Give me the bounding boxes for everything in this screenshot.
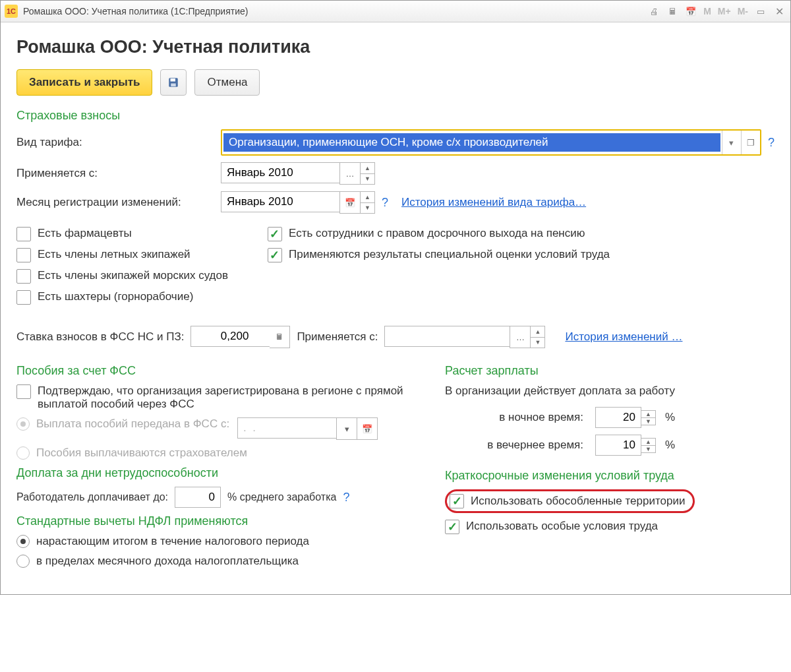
section-sick-pay: Доплата за дни нетрудоспособности <box>16 466 425 480</box>
titlebar: 1C Ромашка ООО: Учетная политика (1С:Пре… <box>1 1 790 22</box>
save-close-button[interactable]: Записать и закрыть <box>16 69 152 96</box>
cb-special-conditions[interactable] <box>445 520 459 534</box>
tariff-open-icon[interactable]: ❐ <box>741 131 760 154</box>
section-insurance: Страховые взносы <box>16 109 775 123</box>
tariff-help-icon[interactable]: ? <box>768 136 775 150</box>
section-salary: Расчет зарплаты <box>445 364 775 378</box>
cb-label: Применяются результаты специальной оценк… <box>289 248 610 261</box>
apply-from-field[interactable]: … ▲▼ <box>221 162 375 185</box>
cb-label: Подтверждаю, что организация зарегистрир… <box>38 384 407 411</box>
cb-flight-crew[interactable] <box>16 248 31 262</box>
section-fss-benefits: Пособия за счет ФСС <box>16 364 425 378</box>
radio-ndfl-monthly[interactable] <box>16 555 30 568</box>
spin-down-icon[interactable]: ▼ <box>361 173 375 185</box>
night-label: в ночное время: <box>445 411 595 424</box>
svg-rect-2 <box>171 84 177 87</box>
cb-label: Использовать особые условия труда <box>466 520 658 533</box>
cb-early-pension[interactable] <box>268 227 282 241</box>
sick-pay-label: Работодатель доплачивает до: <box>16 491 168 503</box>
sick-pay-help-icon[interactable]: ? <box>343 491 349 504</box>
cb-territories[interactable] <box>450 494 464 508</box>
cb-sea-crew[interactable] <box>16 269 31 284</box>
cb-label: Есть члены экипажей морских судов <box>38 269 228 282</box>
pct-label: % <box>665 439 675 452</box>
tariff-label: Вид тарифа: <box>16 136 221 149</box>
fss-rate-input[interactable] <box>190 326 270 347</box>
window-title: Ромашка ООО: Учетная политика (1С:Предпр… <box>23 6 248 16</box>
tariff-history-link[interactable]: История изменений вида тарифа… <box>401 196 586 209</box>
night-input[interactable] <box>595 407 641 428</box>
fss-history-link[interactable]: История изменений … <box>565 330 682 344</box>
apply-from-label: Применяется с: <box>16 167 221 180</box>
save-button[interactable] <box>160 69 187 96</box>
cb-label: Использовать обособленные территории <box>471 495 685 508</box>
reg-month-label: Месяц регистрации изменений: <box>16 196 221 209</box>
evening-input[interactable] <box>595 435 641 456</box>
calendar-icon[interactable]: 📅 <box>684 4 698 18</box>
cb-special-assessment[interactable] <box>268 248 282 262</box>
radio-benefits-fss <box>16 417 30 431</box>
reg-month-field[interactable]: 📅 ▲▼ <box>221 191 375 214</box>
floppy-icon <box>167 76 179 88</box>
evening-label: в вечернее время: <box>445 439 595 452</box>
fss-rate-label: Ставка взносов в ФСС НС и ПЗ: <box>16 330 184 344</box>
radio-label: Пособия выплачиваются страхователем <box>36 446 247 460</box>
chevron-down-icon: ▾ <box>336 417 357 440</box>
radio-ndfl-cumulative[interactable] <box>16 535 30 548</box>
tariff-dropdown-icon[interactable]: ▾ <box>722 131 741 154</box>
toolbar: Записать и закрыть Отмена <box>16 69 775 96</box>
tariff-value: Организации, применяющие ОСН, кроме с/х … <box>223 133 720 152</box>
section-shortterm: Краткосрочные изменения условий труда <box>445 469 775 483</box>
radio-benefits-insurer <box>16 446 30 460</box>
app-window: 1C Ромашка ООО: Учетная политика (1С:Пре… <box>0 0 791 595</box>
fss-apply-label: Применяется с: <box>297 330 378 344</box>
highlight-territories: Использовать обособленные территории <box>445 489 695 513</box>
svg-rect-1 <box>171 78 176 82</box>
cb-pharmacists[interactable] <box>16 227 31 241</box>
tariff-select[interactable]: Организации, применяющие ОСН, кроме с/х … <box>221 129 761 156</box>
benefits-date-input <box>237 417 336 439</box>
apply-from-ellipsis-icon[interactable]: … <box>339 162 361 185</box>
cb-label: Есть члены летных экипажей <box>38 248 190 261</box>
cb-miners[interactable] <box>16 290 31 305</box>
radio-label: Выплата пособий передана в ФСС с: <box>36 417 229 431</box>
cancel-button[interactable]: Отмена <box>194 69 260 96</box>
cb-confirm-region[interactable] <box>16 384 31 399</box>
print-icon[interactable]: 🖨 <box>647 4 661 18</box>
fss-apply-ellipsis-icon[interactable]: … <box>510 326 531 348</box>
radio-label: в пределах месячного дохода налогоплател… <box>36 555 299 568</box>
radio-label: нарастающим итогом в течение налогового … <box>36 535 309 548</box>
reg-month-calendar-icon[interactable]: 📅 <box>339 191 361 214</box>
spin-up-icon[interactable]: ▲ <box>641 410 656 417</box>
memory-mminus-icon[interactable]: M- <box>736 6 749 16</box>
spin-down-icon[interactable]: ▼ <box>641 417 656 425</box>
spin-up-icon[interactable]: ▲ <box>531 326 545 337</box>
sick-pay-suffix: % среднего заработка <box>227 491 336 503</box>
cb-label: Есть сотрудники с правом досрочного выхо… <box>289 227 585 240</box>
minimize-icon[interactable]: ▭ <box>753 4 768 18</box>
memory-m-icon[interactable]: M <box>702 6 713 16</box>
sick-pay-input[interactable] <box>175 487 221 508</box>
calc-icon[interactable]: 🖩 <box>270 326 290 348</box>
cb-label: Есть фармацевты <box>38 227 132 240</box>
calculator-icon[interactable]: 🖩 <box>665 4 680 18</box>
spin-up-icon[interactable]: ▲ <box>361 191 375 202</box>
spin-down-icon[interactable]: ▼ <box>641 445 656 453</box>
reg-month-input[interactable] <box>221 191 339 212</box>
spin-down-icon[interactable]: ▼ <box>531 337 545 349</box>
spin-up-icon[interactable]: ▲ <box>361 162 375 173</box>
section-ndfl: Стандартные вычеты НДФЛ применяются <box>16 514 425 528</box>
spin-down-icon[interactable]: ▼ <box>361 202 375 214</box>
cb-label: Есть шахтеры (горнорабочие) <box>38 290 193 303</box>
memory-mplus-icon[interactable]: M+ <box>717 6 732 16</box>
app-logo-icon: 1C <box>5 5 18 18</box>
apply-from-input[interactable] <box>221 162 339 183</box>
spin-up-icon[interactable]: ▲ <box>641 438 656 445</box>
close-icon[interactable]: ✕ <box>772 4 786 18</box>
fss-apply-input[interactable] <box>384 326 510 347</box>
salary-intro: В организации действует доплата за работ… <box>445 384 775 398</box>
reg-month-help-icon[interactable]: ? <box>382 196 388 210</box>
calendar-icon: 📅 <box>357 417 378 440</box>
pct-label: % <box>665 411 675 424</box>
page-title: Ромашка ООО: Учетная политика <box>16 37 775 57</box>
